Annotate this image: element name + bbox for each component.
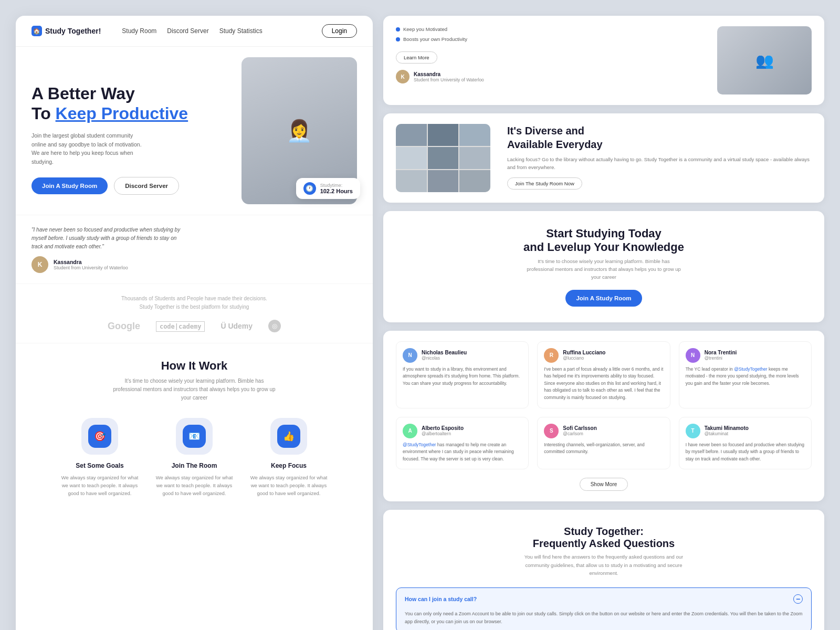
logos-text: Thousands of Students and People have ma…: [32, 295, 357, 311]
faq-desc: You will find here the answers to the fr…: [520, 553, 688, 577]
tcard5-info: Sofi Carlsson @carlsom: [563, 425, 596, 436]
grid-cell-2: [428, 124, 459, 146]
step-join-title: Join The Room: [152, 462, 236, 469]
feature-motivated-card: Keep you Motivated Boosts your own Produ…: [383, 16, 824, 105]
tcard6-text: I have never been so focused and product…: [686, 442, 805, 463]
how-title: How It Work: [32, 359, 357, 373]
testimonial-card-2: R Ruffina Lucciano @lucciano I've been a…: [537, 341, 670, 408]
feature1-image: 👥: [717, 26, 812, 94]
nav-discord[interactable]: Discord Server: [167, 27, 208, 35]
author-name: Kassandra: [54, 259, 128, 265]
join-study-room-now-button[interactable]: Join The Study Room Now: [507, 177, 582, 190]
step-focus-desc: We always stay organized for what we wan…: [247, 474, 331, 498]
tcard1-text: If you want to study in a library, this …: [403, 366, 522, 387]
show-more-button[interactable]: Show More: [580, 478, 628, 491]
feature-label-text-2: Boosts your own Productivity: [403, 36, 467, 42]
faq-title: Study Together: Frequently Asked Questio…: [396, 526, 812, 550]
join-study-room-button[interactable]: Join A Study Room: [32, 177, 108, 194]
step-join: 📧 Join The Room We always stay organized…: [152, 418, 236, 498]
feature-motivated-content: Keep you Motivated Boosts your own Produ…: [396, 26, 709, 83]
feature1-testimonial: K Kassandra Student from University of W…: [396, 70, 709, 83]
feature1-avatar: K: [396, 70, 410, 83]
diverse-image-grid: [396, 124, 490, 192]
nav-statistics[interactable]: Study Statistics: [219, 27, 262, 35]
faq-card: Study Together: Frequently Asked Questio…: [383, 510, 824, 630]
diverse-card: It's Diverse and Available Everyday Lack…: [383, 113, 824, 203]
step-focus: 👍 Keep Focus We always stay organized fo…: [247, 418, 331, 498]
start-title: Start Studying Today and Levelup Your Kn…: [396, 227, 812, 254]
grid-cell-5: [428, 147, 459, 169]
faq-toggle-1[interactable]: −: [793, 594, 803, 604]
grid-cell-3: [459, 124, 490, 146]
tcard3-header: N Nora Trentini @trentini: [686, 348, 805, 363]
diverse-desc: Lacking focus? Go to the library without…: [507, 155, 812, 171]
diverse-title: It's Diverse and Available Everyday: [507, 124, 812, 151]
testimonial-card-4: A Alberto Esposito @albertoaltern @Study…: [396, 417, 529, 470]
dot-icon-2: [396, 37, 400, 41]
discord-server-button[interactable]: Discord Server: [114, 177, 179, 195]
step-goals-title: Set Some Goals: [58, 462, 142, 469]
nav-study-room[interactable]: Study Room: [122, 27, 156, 35]
tcard4-link: @StudyTogether: [403, 442, 436, 447]
partner-logos: Google code|cademy Ü Udemy ◎: [32, 320, 357, 332]
testimonial-card-6: T Takumi Minamoto @takuminat I have neve…: [679, 417, 812, 470]
tcard6-avatar: T: [686, 424, 700, 438]
tcard6-header: T Takumi Minamoto @takuminat: [686, 424, 805, 438]
udemy-logo: Ü Udemy: [220, 322, 253, 330]
grid-cell-4: [396, 147, 427, 169]
testimonials-card: N Nicholas Beaulieu @nicolas If you want…: [383, 331, 824, 502]
tcard2-info: Ruffina Lucciano @lucciano: [563, 350, 605, 361]
feature-label-text-1: Keep you Motivated: [403, 26, 447, 32]
left-panel: 🏠 Study Together! Study Room Discord Ser…: [16, 16, 373, 630]
discord-logo: ◎: [268, 320, 281, 332]
hero-buttons: Join A Study Room Discord Server: [32, 177, 357, 195]
grid-cell-9: [459, 170, 490, 192]
navigation: 🏠 Study Together! Study Room Discord Ser…: [16, 16, 373, 47]
tcard2-header: R Ruffina Lucciano @lucciano: [544, 348, 663, 363]
grid-cell-7: [396, 170, 427, 192]
hero-description: Join the largest global student communit…: [32, 131, 147, 166]
codeacademy-logo: code|cademy: [156, 321, 205, 331]
start-join-button[interactable]: Join A Study Room: [565, 290, 642, 307]
hero-section: A Better Way To Keep Productive Join the…: [16, 47, 373, 215]
diverse-content: It's Diverse and Available Everyday Lack…: [499, 124, 812, 190]
goals-icon: 🎯: [88, 425, 111, 448]
login-button[interactable]: Login: [322, 24, 357, 38]
testimonial-card-5: S Sofi Carlsson @carlsom Interesting cha…: [537, 417, 670, 470]
author-title: Student from University of Waterloo: [54, 265, 128, 270]
faq-answer-1: You can only only need a Zoom Account to…: [396, 610, 811, 630]
feature-motivated-row: Keep you Motivated Boosts your own Produ…: [396, 26, 812, 94]
logo-icon: 🏠: [32, 26, 42, 36]
faq-question-1[interactable]: How can I join a study call? −: [396, 588, 811, 610]
tcard5-avatar: S: [544, 424, 559, 438]
start-desc: It's time to choose wisely your learning…: [525, 257, 682, 281]
tcard4-header: A Alberto Esposito @albertoaltern: [403, 424, 522, 438]
tcard2-avatar: R: [544, 348, 559, 363]
hero-text: A Better Way To Keep Productive Join the…: [32, 62, 357, 204]
tcard3-avatar: N: [686, 348, 700, 363]
tcard1-avatar: N: [403, 348, 417, 363]
grid-cell-8: [428, 170, 459, 192]
feature-learn-more-button[interactable]: Learn More: [396, 51, 437, 64]
hero-title-highlight: Keep Productive: [56, 104, 188, 123]
tcard6-info: Takumi Minamoto @takuminat: [705, 425, 749, 436]
tcard5-header: S Sofi Carlsson @carlsom: [544, 424, 663, 438]
focus-icon-wrap: 👍: [270, 418, 307, 455]
step-join-desc: We always stay organized for what we wan…: [152, 474, 236, 498]
tcard1-header: N Nicholas Beaulieu @nicolas: [403, 348, 522, 363]
tcard3-link: @StudyTogether: [734, 366, 767, 372]
grid-cell-6: [459, 147, 490, 169]
join-icon: 📧: [183, 425, 206, 448]
hero-title: A Better Way To Keep Productive: [32, 83, 357, 124]
author-avatar: K: [32, 256, 48, 273]
testimonial-author: K Kassandra Student from University of W…: [32, 256, 357, 273]
faq-item-1: How can I join a study call? − You can o…: [396, 587, 812, 630]
feature-label-1: Keep you Motivated: [396, 26, 709, 32]
focus-icon: 👍: [277, 425, 300, 448]
step-goals: 🎯 Set Some Goals We always stay organize…: [58, 418, 142, 498]
step-goals-desc: We always stay organized for what we wan…: [58, 474, 142, 498]
logos-section: Thousands of Students and People have ma…: [16, 284, 373, 343]
step-focus-title: Keep Focus: [247, 462, 331, 469]
logo[interactable]: 🏠 Study Together!: [32, 26, 101, 36]
feature-label-2: Boosts your own Productivity: [396, 36, 709, 42]
